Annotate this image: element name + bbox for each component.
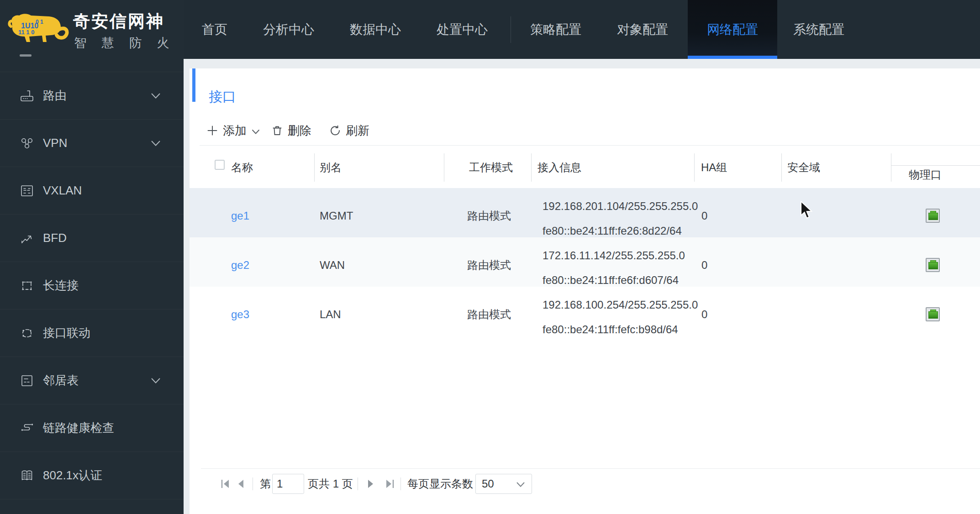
nav-tab-3[interactable]: 数据中心 <box>350 0 401 59</box>
pagination-separator <box>253 477 253 490</box>
book-auth-icon <box>20 468 34 483</box>
main-content: 接口 添加 删除 刷新 <box>184 59 980 514</box>
sidebar-item-neighbor-table[interactable]: 邻居表 <box>0 357 184 404</box>
prev-page-icon <box>237 478 245 489</box>
nav-divider <box>511 16 511 43</box>
nav-tab-4[interactable]: 处置中心 <box>437 0 488 59</box>
alias-cell: LAN <box>314 287 444 342</box>
mode-cell: 路由模式 <box>444 287 531 342</box>
security-zone-cell <box>781 188 891 243</box>
toolbar-divider <box>200 145 980 146</box>
nav-tab-7[interactable]: 网络配置 <box>688 0 777 59</box>
add-button-label: 添加 <box>223 123 247 139</box>
interface-linkage-icon <box>20 326 34 341</box>
select-all-checkbox[interactable] <box>215 160 225 170</box>
ipv4-address: 172.16.11.142/255.255.255.0 <box>543 243 694 268</box>
refresh-button-label: 刷新 <box>346 123 369 139</box>
physical-port-icon <box>926 258 940 272</box>
pagination: 第 页共 1 页 每页显示条数 50 <box>190 474 980 494</box>
scrolled-item-fragment <box>20 54 32 57</box>
alias-cell: WAN <box>314 237 444 293</box>
add-button[interactable]: 添加 <box>207 121 260 141</box>
nav-tab-1[interactable]: 首页 <box>202 0 227 59</box>
refresh-button[interactable]: 刷新 <box>330 121 369 141</box>
interface-name-link[interactable]: ge3 <box>231 308 249 321</box>
access-info-cell: 172.16.11.142/255.255.255.0 fe80::be24:1… <box>531 237 694 293</box>
next-page-button[interactable] <box>367 474 375 494</box>
tiger-logo-icon: 1U10 11 1 0 0 1 <box>5 5 69 49</box>
ipv6-address: fe80::be24:11ff:fefc:b98d/64 <box>543 317 694 342</box>
plus-icon <box>207 125 218 136</box>
sidebar-item-vpn[interactable]: VPN <box>0 120 184 167</box>
column-header-ha: HA组 <box>694 148 781 188</box>
access-info-cell: 192.168.201.104/255.255.255.0 fe80::be24… <box>531 188 694 243</box>
nav-tab-5[interactable]: 策略配置 <box>530 0 581 59</box>
vpn-icon <box>20 136 34 151</box>
sidebar-item-long-connection[interactable]: 长连接 <box>0 262 184 309</box>
chevron-down-icon <box>252 124 260 138</box>
brand-title: 奇安信网神 <box>73 10 164 33</box>
long-connection-icon <box>20 278 34 293</box>
sidebar-item-interface-linkage[interactable]: 接口联动 <box>0 309 184 357</box>
page-count-label: 页共 1 页 <box>308 474 353 494</box>
router-icon <box>20 89 34 103</box>
sidebar: 1U10 11 1 0 0 1 奇安信网神 智 慧 防 火 墙 路由 VPN V… <box>0 0 184 514</box>
vxlan-server-icon <box>20 184 34 198</box>
trash-icon <box>272 125 283 136</box>
physical-port-icon <box>926 307 940 321</box>
physical-port-icon <box>926 209 940 223</box>
security-zone-cell <box>781 237 891 293</box>
sidebar-item-book-auth[interactable]: 802.1x认证 <box>0 452 184 499</box>
page-title: 接口 <box>209 88 236 106</box>
neighbor-table-icon <box>20 373 34 388</box>
security-zone-cell <box>781 287 891 342</box>
last-page-button[interactable] <box>385 474 395 494</box>
ipv4-address: 192.168.201.104/255.255.255.0 <box>543 194 694 219</box>
delete-button[interactable]: 删除 <box>272 121 311 141</box>
refresh-icon <box>330 125 341 136</box>
link-health-icon <box>20 421 34 435</box>
chevron-down-icon <box>516 482 525 488</box>
access-info-cell: 192.168.100.254/255.255.255.0 fe80::be24… <box>531 287 694 342</box>
chevron-down-icon <box>151 93 161 99</box>
sidebar-item-link-health[interactable]: 链路健康检查 <box>0 404 184 452</box>
nav-tab-8[interactable]: 系统配置 <box>793 0 844 59</box>
next-page-icon <box>367 478 375 489</box>
per-page-label: 每页显示条数 <box>407 474 473 494</box>
table-header: 名称 别名 工作模式 接入信息 HA组 安全域 物理口 <box>190 148 980 188</box>
column-header-mode: 工作模式 <box>444 148 531 188</box>
first-page-icon <box>221 478 231 489</box>
sidebar-item-bfd-arrow[interactable]: BFD <box>0 215 184 262</box>
last-page-icon <box>385 478 395 489</box>
mode-cell: 路由模式 <box>444 188 531 243</box>
alias-cell: MGMT <box>314 188 444 243</box>
interface-name-link[interactable]: ge1 <box>231 210 249 222</box>
nav-tab-6[interactable]: 对象配置 <box>617 0 668 59</box>
column-header-info: 接入信息 <box>531 148 694 188</box>
column-header-name: 名称 <box>190 148 314 188</box>
ha-group-cell: 0 <box>694 188 781 243</box>
nav-tab-2[interactable]: 分析中心 <box>263 0 314 59</box>
table-row[interactable]: ge3 LAN 路由模式 192.168.100.254/255.255.255… <box>190 287 980 336</box>
per-page-select[interactable]: 50 <box>475 474 532 494</box>
first-page-button[interactable] <box>221 474 231 494</box>
brand-logo: 1U10 11 1 0 0 1 奇安信网神 智 慧 防 火 墙 <box>0 0 184 54</box>
page-number-input[interactable] <box>272 474 304 494</box>
chevron-down-icon <box>151 140 161 147</box>
prev-page-button[interactable] <box>237 474 245 494</box>
title-accent-bar <box>192 68 195 102</box>
table-body: ge1 MGMT 路由模式 192.168.201.104/255.255.25… <box>190 188 980 336</box>
sidebar-menu: 路由 VPN VXLAN BFD 长连接 接口联动 <box>0 72 184 499</box>
toolbar: 添加 删除 刷新 <box>190 121 980 141</box>
ha-group-cell: 0 <box>694 287 781 342</box>
interface-name-link[interactable]: ge2 <box>231 259 249 272</box>
pagination-divider <box>201 468 980 469</box>
column-header-alias: 别名 <box>314 148 444 188</box>
svg-text:0 1: 0 1 <box>36 19 43 25</box>
sidebar-item-vxlan-server[interactable]: VXLAN <box>0 167 184 215</box>
interface-panel: 接口 添加 删除 刷新 <box>190 68 980 514</box>
table-row[interactable]: ge1 MGMT 路由模式 192.168.201.104/255.255.25… <box>190 188 980 237</box>
sidebar-item-router[interactable]: 路由 <box>0 72 184 120</box>
table-row[interactable]: ge2 WAN 路由模式 172.16.11.142/255.255.255.0… <box>190 237 980 287</box>
mode-cell: 路由模式 <box>444 237 531 293</box>
